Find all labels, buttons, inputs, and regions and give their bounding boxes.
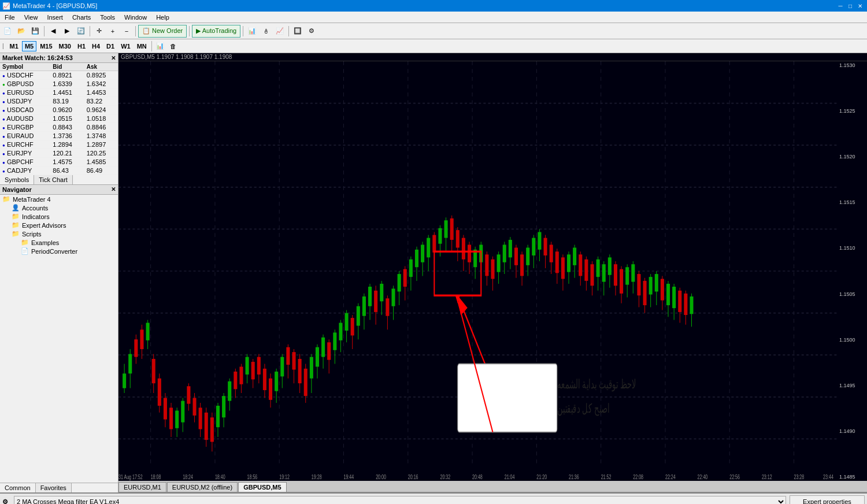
period-h1[interactable]: H1 <box>75 41 88 51</box>
sep5 <box>243 26 243 36</box>
chart-area: GBPUSD,M5 1.1907 1.1908 1.1907 1.1908 <box>118 53 867 492</box>
sep6 <box>288 26 289 36</box>
tree-metatrader4[interactable]: 📁 MetaTrader 4 <box>0 195 118 203</box>
tab-common[interactable]: Common <box>0 483 36 492</box>
save-btn[interactable]: 💾 <box>29 25 42 38</box>
chart-tab-eurusd-m2[interactable]: EURUSD,M2 (offline) <box>167 482 238 492</box>
add-indicator-btn[interactable]: 📊 <box>154 40 166 53</box>
menu-window[interactable]: Window <box>120 13 151 22</box>
period-h4[interactable]: H4 <box>89 41 103 51</box>
minimize-button[interactable]: ─ <box>836 2 845 10</box>
refresh-btn[interactable]: 🔄 <box>75 25 87 38</box>
indicator-btn[interactable]: 🔲 <box>291 25 304 38</box>
period-w1[interactable]: W1 <box>118 41 134 51</box>
tree-accounts[interactable]: 👤 Accounts <box>0 203 118 212</box>
mw-symbol[interactable]: ● EURCHF <box>0 140 50 149</box>
new-order-btn[interactable]: 📋 New Order <box>138 25 187 38</box>
mw-symbol[interactable]: ● EURJPY <box>0 149 50 158</box>
strategy-tester-panel: ⚙ 2 MA Crosses Mega filter EA V1.ex4 Exp… <box>0 492 867 504</box>
mw-symbol[interactable]: ● USDCAD <box>0 106 50 114</box>
period-m1[interactable]: M1 <box>7 41 21 51</box>
templates-btn[interactable]: ⚙ <box>305 25 318 38</box>
zoom-out-btn[interactable]: − <box>120 25 133 38</box>
svg-rect-151 <box>403 269 407 287</box>
mw-symbol[interactable]: ● EURAUD <box>0 132 50 140</box>
tab-symbols[interactable]: Symbols <box>0 175 34 184</box>
mw-symbol[interactable]: ● AUDUSD <box>0 114 50 123</box>
svg-rect-83 <box>205 413 208 440</box>
mw-symbol[interactable]: ● EURGBP <box>0 123 50 132</box>
autotrading-btn[interactable]: ▶ AutoTrading <box>192 25 240 38</box>
tab-favorites[interactable]: Favorites <box>36 483 72 492</box>
period-m30[interactable]: M30 <box>56 41 74 51</box>
chart-tab-gbpusd-m5[interactable]: GBPUSD,M5 <box>238 482 286 492</box>
close-button[interactable]: ✕ <box>855 2 865 10</box>
mw-ask: 1.4453 <box>84 88 118 97</box>
tree-indicators[interactable]: 📁 Indicators <box>0 212 118 221</box>
mw-symbol[interactable]: ● GBPUSD <box>0 80 50 88</box>
expert-properties-btn[interactable]: Expert properties <box>790 495 865 504</box>
period-m15[interactable]: M15 <box>37 41 55 51</box>
svg-rect-213 <box>584 260 588 281</box>
candlestick-svg: 1.1930 1.1925 1.1920 1.1915 1.1910 1.190… <box>118 61 867 481</box>
menu-help[interactable]: Help <box>151 13 174 22</box>
ea-selector[interactable]: 2 MA Crosses Mega filter EA V1.ex4 <box>14 496 786 504</box>
back-btn[interactable]: ◀ <box>47 25 60 38</box>
svg-rect-199 <box>544 238 547 255</box>
svg-rect-129 <box>339 323 342 340</box>
mw-symbol[interactable]: ● USDJPY <box>0 97 50 106</box>
tree-expert-advisors[interactable]: 📁 Expert Advisors <box>0 221 118 229</box>
menu-insert[interactable]: Insert <box>42 13 68 22</box>
maximize-button[interactable]: □ <box>846 2 855 10</box>
open-btn[interactable]: 📂 <box>15 25 28 38</box>
mw-symbol[interactable]: ● CADJPY <box>0 166 50 175</box>
navigator-close[interactable]: ✕ <box>111 186 116 193</box>
svg-rect-103 <box>263 369 266 390</box>
examples-icon: 📁 <box>21 239 29 246</box>
menu-tools[interactable]: Tools <box>95 13 120 22</box>
tree-label-accounts: Accounts <box>22 205 48 212</box>
menu-view[interactable]: View <box>20 13 43 22</box>
tree-label-ea: Expert Advisors <box>22 222 66 229</box>
mw-bid: 0.8921 <box>50 71 84 80</box>
menu-charts[interactable]: Charts <box>68 13 95 22</box>
tree-period-converter[interactable]: 📄 PeriodConverter <box>0 247 118 255</box>
svg-rect-229 <box>631 264 635 281</box>
crosshair-btn[interactable]: ✛ <box>92 25 105 38</box>
chart-bar-btn[interactable]: 📊 <box>246 25 258 38</box>
svg-rect-91 <box>228 381 231 401</box>
remove-indicator-btn[interactable]: 🗑 <box>167 40 180 53</box>
period-mn[interactable]: MN <box>134 41 150 51</box>
mw-ask: 120.25 <box>84 149 118 158</box>
svg-text:20:00: 20:00 <box>376 473 386 480</box>
chart-tab-eurusd-m1[interactable]: EURUSD,M1 <box>118 482 166 492</box>
tree-label-scripts: Scripts <box>22 231 42 238</box>
new-chart-btn[interactable]: 📄 <box>1 25 14 38</box>
forward-btn[interactable]: ▶ <box>61 25 73 38</box>
period-d1[interactable]: D1 <box>103 41 117 51</box>
zoom-in-btn[interactable]: + <box>106 25 119 38</box>
main-toolbar: 📄 📂 💾 ◀ ▶ 🔄 ✛ + − 📋 New Order ▶ AutoTrad… <box>0 23 867 39</box>
svg-rect-217 <box>596 260 600 277</box>
mw-symbol[interactable]: ● EURUSD <box>0 88 50 97</box>
svg-rect-123 <box>321 338 325 357</box>
svg-rect-253 <box>458 364 557 432</box>
svg-rect-105 <box>269 379 272 400</box>
tree-examples[interactable]: 📁 Examples <box>0 238 118 247</box>
app-icon: 📈 <box>2 2 10 10</box>
svg-text:20:16: 20:16 <box>408 473 418 480</box>
period-m5[interactable]: M5 <box>22 41 36 51</box>
menu-file[interactable]: File <box>0 13 20 22</box>
chart-canvas[interactable]: 1.1930 1.1925 1.1920 1.1915 1.1910 1.190… <box>118 61 867 481</box>
tab-tick-chart[interactable]: Tick Chart <box>34 175 73 184</box>
mw-symbol[interactable]: ● GBPCHF <box>0 158 50 166</box>
svg-rect-89 <box>222 396 225 417</box>
market-watch-close[interactable]: ✕ <box>111 55 116 61</box>
svg-rect-131 <box>345 313 349 331</box>
svg-rect-233 <box>643 281 647 305</box>
chart-candle-btn[interactable]: 🕯 <box>260 25 272 38</box>
chart-line-btn[interactable]: 📈 <box>273 25 286 38</box>
col-symbol: Symbol <box>0 63 50 71</box>
mw-symbol[interactable]: ● USDCHF <box>0 71 50 80</box>
tree-scripts[interactable]: 📁 Scripts <box>0 229 118 238</box>
